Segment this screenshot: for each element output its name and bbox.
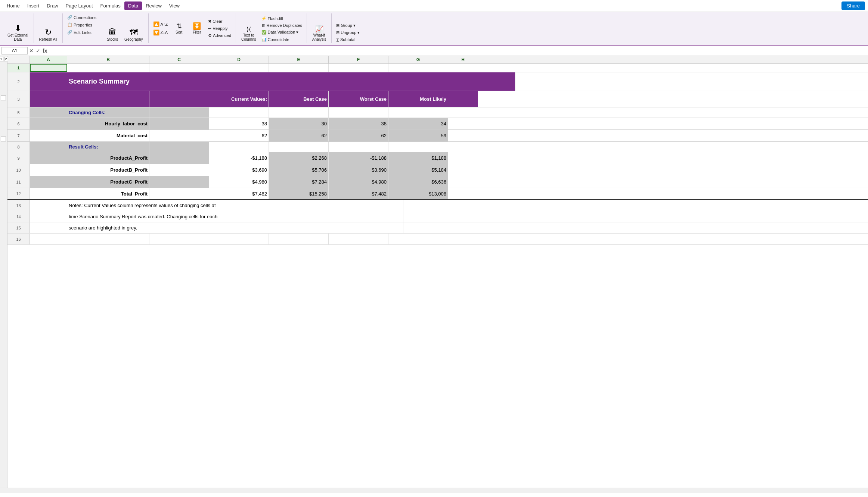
subtotal-button[interactable]: ∑ Subtotal: [335, 37, 361, 43]
cell-h10[interactable]: [448, 164, 478, 176]
cell-c1[interactable]: [149, 64, 209, 72]
outline-collapse-2[interactable]: −: [1, 137, 6, 141]
cell-d8[interactable]: [209, 142, 269, 152]
cell-d11[interactable]: $4,980: [209, 176, 269, 188]
cell-b10[interactable]: ProductB_Profit: [67, 164, 149, 176]
cell-e6[interactable]: 30: [269, 118, 329, 129]
cell-a11[interactable]: [30, 176, 67, 188]
insert-function-icon[interactable]: fx: [43, 48, 47, 54]
cell-h3[interactable]: [448, 91, 478, 107]
col-header-a[interactable]: A: [30, 56, 67, 63]
cancel-formula-icon[interactable]: ✕: [29, 48, 34, 54]
sort-button[interactable]: ⇅ Sort: [171, 22, 187, 35]
menu-insert[interactable]: Insert: [24, 1, 43, 10]
cell-e11[interactable]: $7,284: [269, 176, 329, 188]
cell-h1[interactable]: [448, 64, 478, 72]
cell-h5[interactable]: [448, 107, 478, 118]
cell-d3[interactable]: Current Values:: [209, 91, 269, 107]
cell-f9[interactable]: -$1,188: [329, 152, 388, 164]
cell-e12[interactable]: $15,258: [269, 188, 329, 199]
cell-g1[interactable]: [388, 64, 448, 72]
cell-h9[interactable]: [448, 152, 478, 164]
cell-b2[interactable]: Scenario Summary: [67, 72, 515, 91]
cell-f8[interactable]: [329, 142, 388, 152]
cell-b6[interactable]: Hourly_labor_cost: [67, 118, 149, 129]
cell-e9[interactable]: $2,268: [269, 152, 329, 164]
cell-d7[interactable]: 62: [209, 130, 269, 141]
cell-a5[interactable]: [30, 107, 67, 118]
menu-data[interactable]: Data: [124, 1, 142, 10]
cell-a16[interactable]: [30, 234, 67, 244]
cell-f1[interactable]: [329, 64, 388, 72]
cell-h8[interactable]: [448, 142, 478, 152]
cell-b13[interactable]: Notes: Current Values column represents …: [67, 200, 403, 211]
sort-za-button[interactable]: 🔽 Z↓A: [152, 29, 170, 36]
menu-view[interactable]: View: [165, 1, 183, 10]
menu-review[interactable]: Review: [142, 1, 165, 10]
cell-c8[interactable]: [149, 142, 209, 152]
cell-a15[interactable]: [30, 222, 67, 233]
cell-g12[interactable]: $13,008: [388, 188, 448, 199]
cell-g9[interactable]: $1,188: [388, 152, 448, 164]
col-header-f[interactable]: F: [329, 56, 388, 63]
cell-c10[interactable]: [149, 164, 209, 176]
connections-button[interactable]: 🔗 Connections: [66, 14, 98, 21]
cell-c16[interactable]: [149, 234, 209, 244]
cell-g5[interactable]: [388, 107, 448, 118]
formula-input[interactable]: [49, 48, 867, 53]
cell-a14[interactable]: [30, 211, 67, 222]
outline-collapse-1[interactable]: −: [1, 96, 6, 100]
cell-g8[interactable]: [388, 142, 448, 152]
horizontal-scrollbar[interactable]: [0, 488, 868, 493]
sort-az-button[interactable]: 🔼 A↑Z: [152, 21, 170, 28]
cell-c12[interactable]: [149, 188, 209, 199]
col-header-h[interactable]: H: [448, 56, 478, 63]
reapply-button[interactable]: ↩ Reapply: [207, 25, 233, 32]
cell-c3[interactable]: [149, 91, 209, 107]
stocks-button[interactable]: 🏛 Stocks: [104, 27, 121, 43]
col-header-e[interactable]: E: [269, 56, 329, 63]
cell-f3[interactable]: Worst Case: [329, 91, 388, 107]
geography-button[interactable]: 🗺 Geography: [122, 27, 145, 43]
cell-d10[interactable]: $3,690: [209, 164, 269, 176]
flash-fill-button[interactable]: ⚡ Flash-fill: [260, 15, 304, 22]
cell-b14[interactable]: time Scenario Summary Report was created…: [67, 211, 403, 222]
cell-f16[interactable]: [329, 234, 388, 244]
cell-g3[interactable]: Most Likely: [388, 91, 448, 107]
cell-h11[interactable]: [448, 176, 478, 188]
cell-e8[interactable]: [269, 142, 329, 152]
cell-b3[interactable]: [67, 91, 149, 107]
cell-f5[interactable]: [329, 107, 388, 118]
text-to-columns-button[interactable]: ⟩⟨ Text toColumns: [239, 25, 258, 43]
cell-d6[interactable]: 38: [209, 118, 269, 129]
cell-reference-input[interactable]: [1, 47, 28, 54]
confirm-formula-icon[interactable]: ✓: [36, 48, 40, 54]
cell-f6[interactable]: 38: [329, 118, 388, 129]
cell-f10[interactable]: $3,690: [329, 164, 388, 176]
cell-c6[interactable]: [149, 118, 209, 129]
cell-f12[interactable]: $7,482: [329, 188, 388, 199]
menu-page-layout[interactable]: Page Layout: [62, 1, 97, 10]
data-validation-button[interactable]: ✅ Data Validation ▾: [260, 29, 304, 35]
cell-b7[interactable]: Material_cost: [67, 130, 149, 141]
cell-g7[interactable]: 59: [388, 130, 448, 141]
cell-g11[interactable]: $6,636: [388, 176, 448, 188]
cell-e16[interactable]: [269, 234, 329, 244]
menu-draw[interactable]: Draw: [43, 1, 62, 10]
group-button[interactable]: ⊞ Group ▾: [335, 22, 361, 29]
cell-a2[interactable]: [30, 72, 67, 91]
cell-h7[interactable]: [448, 130, 478, 141]
what-if-analysis-button[interactable]: 📈 What-ifAnalysis: [310, 25, 328, 43]
cell-g16[interactable]: [388, 234, 448, 244]
refresh-all-button[interactable]: ↻ Refresh All: [37, 27, 59, 43]
cell-d16[interactable]: [209, 234, 269, 244]
clear-button[interactable]: ✖ Clear: [207, 18, 233, 25]
cell-f7[interactable]: 62: [329, 130, 388, 141]
cell-e1[interactable]: [269, 64, 329, 72]
cell-a7[interactable]: [30, 130, 67, 141]
advanced-button[interactable]: ⚙ Advanced: [207, 32, 233, 39]
cell-a10[interactable]: [30, 164, 67, 176]
outline-num-1[interactable]: 1: [0, 57, 3, 61]
cell-a6[interactable]: [30, 118, 67, 129]
consolidate-button[interactable]: 📊 Consolidate: [260, 36, 304, 43]
